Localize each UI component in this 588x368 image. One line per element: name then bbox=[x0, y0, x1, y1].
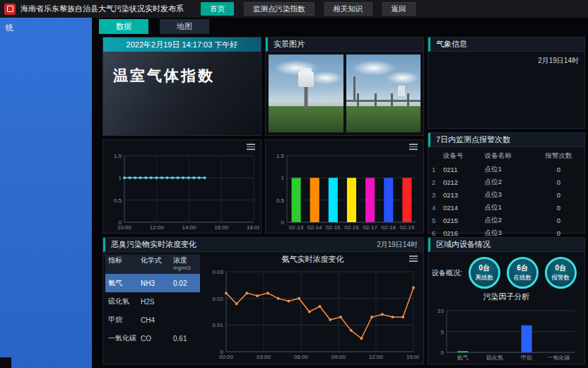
cloud-shape bbox=[310, 71, 342, 84]
svg-text:02-17: 02-17 bbox=[363, 224, 377, 231]
alarm-count-circle: 0台 报警数 bbox=[545, 257, 577, 289]
chart-toolbox-icon[interactable] bbox=[247, 144, 255, 150]
site-photo-2 bbox=[346, 54, 421, 132]
alarm-table-header-row: 设备号 设备名称 报警次数 bbox=[428, 149, 584, 163]
cloud-shape bbox=[352, 60, 396, 76]
odor-pollutants-panel: 恶臭污染物实时浓度变化 2月19日14时 指标 化学式 浓度 mg/m3 氨气 … bbox=[102, 237, 424, 364]
alarm-row[interactable]: 2 0212 点位2 0 bbox=[428, 176, 584, 188]
svg-text:氨气: 氨气 bbox=[457, 355, 469, 361]
top-nav: 首页 监测点污染指数 相关知识 返回 bbox=[201, 2, 416, 16]
monitor-device-shape bbox=[298, 71, 314, 87]
odor-panel-header: 恶臭污染物实时浓度变化 2月19日14时 bbox=[103, 238, 423, 252]
svg-text:14:00: 14:00 bbox=[182, 224, 196, 231]
svg-text:0.03: 0.03 bbox=[212, 269, 223, 275]
alarm-count-panel: 7日内监测点报警次数 设备号 设备名称 报警次数 1 0211 点位1 0 bbox=[428, 132, 585, 234]
app-logo-icon bbox=[4, 4, 16, 15]
svg-text:甲烷: 甲烷 bbox=[521, 355, 532, 361]
device-overview-row: 设备概况: 0台 离线数 6台 在线数 0台 报警数 bbox=[428, 252, 584, 291]
photos-panel-header: 实景图片 bbox=[266, 38, 423, 52]
headline-text: 温室气体指数 bbox=[103, 52, 261, 86]
nav-monitor-index-button[interactable]: 监测点污染指数 bbox=[244, 2, 314, 16]
nh3-chart-title: 氨气实时浓度变化 bbox=[202, 252, 423, 265]
svg-text:02-15: 02-15 bbox=[326, 224, 341, 231]
photos-strip bbox=[266, 52, 423, 135]
alarm-row[interactable]: 4 0214 点位1 0 bbox=[428, 201, 584, 214]
tab-map[interactable]: 地图 bbox=[160, 19, 209, 34]
svg-text:12:00: 12:00 bbox=[150, 224, 165, 231]
fence-post-shape bbox=[375, 93, 377, 106]
weather-timestamp: 2月19日14时 bbox=[538, 57, 579, 64]
col-indicator: 指标 bbox=[108, 257, 141, 272]
svg-text:0.5: 0.5 bbox=[114, 197, 122, 204]
odor-table-header: 指标 化学式 浓度 mg/m3 bbox=[105, 255, 200, 274]
pollution-factor-chart: 0510氨气硫化氢甲烷一氧化碳 bbox=[433, 305, 580, 362]
sidebar: 统 bbox=[0, 18, 92, 368]
top-bar: 海南省乐东黎族自治县大气污染状况实时发布系 首页 监测点污染指数 相关知识 返回 bbox=[0, 0, 588, 18]
online-count-circle: 6台 在线数 bbox=[507, 257, 539, 289]
corner-block bbox=[0, 357, 11, 368]
svg-text:09:00: 09:00 bbox=[331, 354, 346, 360]
main-content: 数据 地图 2022年2月19日 14:17:03 下午好 温室气体指数 实景图… bbox=[92, 18, 588, 368]
col-device-name: 设备名称 bbox=[481, 149, 533, 163]
app-title: 海南省乐东黎族自治县大气污染状况实时发布系 bbox=[20, 4, 184, 14]
svg-text:18:00: 18:00 bbox=[247, 224, 259, 231]
odor-row-h2s[interactable]: 硫化氢 H2S bbox=[105, 292, 200, 311]
svg-text:0: 0 bbox=[441, 350, 445, 356]
alarm-row[interactable]: 3 0213 点位3 0 bbox=[428, 188, 584, 201]
col-concentration: 浓度 mg/m3 bbox=[173, 257, 197, 272]
svg-text:10:00: 10:00 bbox=[117, 224, 132, 231]
view-tabs: 数据 地图 bbox=[99, 19, 209, 34]
devices-panel: 区域内设备情况 设备概况: 0台 离线数 6台 在线数 0台 报警数 污染因子分… bbox=[428, 237, 585, 364]
odor-panel-title: 恶臭污染物实时浓度变化 bbox=[111, 238, 196, 251]
col-device-id: 设备号 bbox=[440, 149, 481, 163]
nh3-chart-area: 氨气实时浓度变化 00.010.020.0300:0003:0006:0009:… bbox=[202, 252, 423, 364]
odor-row-co[interactable]: 一氧化碳 CO 0.61 bbox=[105, 329, 200, 347]
daily-index-bar-chart: 00.511.502-1302-1402-1502-1602-1702-1802… bbox=[267, 150, 422, 231]
site-photo-1 bbox=[269, 54, 343, 132]
chart-toolbox-icon[interactable] bbox=[409, 144, 418, 150]
col-formula: 化学式 bbox=[141, 257, 173, 272]
monitor-pole-shape bbox=[353, 76, 355, 101]
svg-text:00:00: 00:00 bbox=[219, 354, 234, 360]
alarm-row[interactable]: 1 0211 点位1 0 bbox=[428, 163, 584, 176]
grass-shape bbox=[269, 106, 343, 132]
fence-post-shape bbox=[357, 93, 359, 106]
nav-back-button[interactable]: 返回 bbox=[382, 2, 416, 16]
svg-text:16:00: 16:00 bbox=[214, 224, 229, 231]
alarm-row[interactable]: 5 0215 点位2 0 bbox=[428, 214, 584, 226]
nav-knowledge-button[interactable]: 相关知识 bbox=[324, 2, 372, 16]
device-overview-label: 设备概况: bbox=[432, 268, 462, 278]
svg-text:5: 5 bbox=[441, 329, 445, 335]
concentration-unit: mg/m3 bbox=[173, 265, 197, 272]
site-photos-panel: 实景图片 bbox=[265, 37, 424, 136]
photos-panel-title: 实景图片 bbox=[274, 38, 305, 51]
alarm-table: 设备号 设备名称 报警次数 1 0211 点位1 0 2 0212 点位2 0 bbox=[428, 149, 584, 239]
devices-panel-title: 区域内设备情况 bbox=[436, 238, 490, 251]
col-alarm-count: 报警次数 bbox=[533, 149, 584, 163]
index-trend-panel: 00.511.510:0012:0014:0016:0018:00 bbox=[102, 139, 261, 234]
odor-table: 指标 化学式 浓度 mg/m3 氨气 NH3 0.02 硫化氢 H2S bbox=[103, 252, 202, 364]
fence-post-shape bbox=[407, 93, 409, 106]
chart-toolbox-icon[interactable] bbox=[409, 255, 418, 262]
svg-text:1.5: 1.5 bbox=[276, 153, 285, 159]
weather-panel-title: 气象信息 bbox=[436, 38, 467, 51]
svg-text:02-16: 02-16 bbox=[344, 224, 359, 231]
cloud-shape bbox=[387, 71, 419, 84]
headline-area: 温室气体指数 bbox=[103, 52, 261, 135]
svg-text:10: 10 bbox=[437, 308, 444, 314]
factor-analysis-title: 污染因子分析 bbox=[428, 291, 584, 302]
alarm-panel-title: 7日内监测点报警次数 bbox=[436, 133, 510, 146]
svg-text:02-13: 02-13 bbox=[289, 224, 304, 231]
app-title-overflow: 统 bbox=[0, 18, 92, 33]
odor-body: 指标 化学式 浓度 mg/m3 氨气 NH3 0.02 硫化氢 H2S bbox=[103, 252, 423, 364]
datetime-bar: 2022年2月19日 14:17:03 下午好 bbox=[103, 38, 261, 52]
odor-row-nh3[interactable]: 氨气 NH3 0.02 bbox=[105, 274, 200, 292]
nav-home-button[interactable]: 首页 bbox=[201, 2, 234, 16]
tab-data[interactable]: 数据 bbox=[99, 19, 148, 34]
svg-text:1: 1 bbox=[281, 175, 285, 181]
svg-text:06:00: 06:00 bbox=[294, 354, 309, 360]
odor-row-ch4[interactable]: 甲烷 CH4 bbox=[105, 311, 200, 329]
svg-text:02-19: 02-19 bbox=[400, 224, 415, 231]
nh3-concentration-chart: 00.010.020.0300:0003:0006:0009:0012:0015… bbox=[205, 266, 419, 361]
fence-post-shape bbox=[391, 93, 393, 106]
